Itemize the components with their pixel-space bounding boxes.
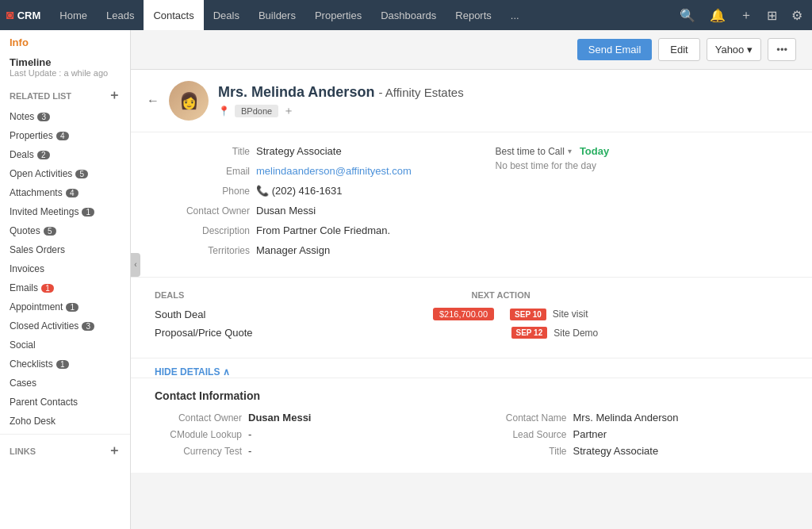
detail-title-row: Title Strategy Associate — [163, 145, 448, 157]
ci-row-contact-name: Contact Name Mrs. Melinda Anderson — [480, 412, 789, 424]
ci-title-label: Title — [480, 446, 567, 457]
sidebar-item-invited-meetings[interactable]: Invited Meetings 1 — [0, 202, 130, 221]
best-time-row: Best time to Call ▾ Today — [496, 145, 781, 157]
sidebar-item-attachments[interactable]: Attachments 4 — [0, 183, 130, 202]
nav-contacts[interactable]: Contacts — [144, 0, 203, 30]
sidebar-timeline: Timeline Last Update : a while ago — [0, 52, 130, 82]
sidebar-item-appointment[interactable]: Appointment 1 — [0, 297, 130, 316]
sidebar-info-label: Info — [0, 30, 130, 52]
settings-icon[interactable]: ⚙ — [788, 8, 806, 23]
nav-builders[interactable]: Builders — [249, 0, 305, 30]
sidebar-item-notes[interactable]: Notes 3 — [0, 107, 130, 126]
sidebar-item-properties[interactable]: Properties 4 — [0, 126, 130, 145]
best-time-today[interactable]: Today — [580, 145, 609, 157]
send-email-button[interactable]: Send Email — [577, 39, 652, 60]
detail-phone-row: Phone 📞 (202) 416-1631 — [163, 185, 448, 197]
sidebar-item-social[interactable]: Social — [0, 335, 130, 355]
sidebar-item-deals[interactable]: Deals 2 — [0, 145, 130, 164]
ci-contact-owner-label: Contact Owner — [155, 412, 242, 424]
deal-row-1: Proposal/Price Quote SEP 12 Site Demo — [155, 327, 788, 339]
sidebar-item-parent-contacts[interactable]: Parent Contacts — [0, 393, 130, 412]
yahoo-button[interactable]: Yahoo ▾ — [707, 38, 762, 61]
phone-label: Phone — [163, 185, 250, 197]
nav-items: Home Leads Contacts Deals Builders Prope… — [50, 0, 676, 30]
ci-lead-source-value: Partner — [573, 428, 607, 440]
copy-icon[interactable]: ⊞ — [764, 8, 780, 23]
ci-right-col: Contact Name Mrs. Melinda Anderson Lead … — [480, 412, 789, 462]
sidebar-item-sales-orders[interactable]: Sales Orders — [0, 240, 130, 259]
hide-details-button[interactable]: HIDE DETAILS ∧ — [155, 366, 788, 378]
related-list-header: RELATED LIST ＋ — [0, 82, 130, 107]
sidebar-item-checklists[interactable]: Checklists 1 — [0, 355, 130, 374]
links-add-btn[interactable]: ＋ — [108, 443, 121, 459]
best-time-label: Best time to Call — [496, 146, 565, 157]
related-list-add-btn[interactable]: ＋ — [108, 87, 121, 104]
territories-value: Manager Assign — [256, 244, 448, 256]
phone-value: 📞 (202) 416-1631 — [256, 185, 448, 197]
nav-reports[interactable]: Reports — [446, 0, 501, 30]
app-logo[interactable]: ◙ CRM — [6, 8, 40, 22]
ci-left-col: Contact Owner Dusan Messi CModule Lookup… — [155, 412, 464, 462]
detail-description-row: Description From Partner Cole Friedman. — [163, 224, 448, 236]
deal-actions-0: SEP 10 Site visit — [510, 309, 788, 320]
back-button[interactable]: ← — [147, 94, 159, 108]
sidebar-item-quotes[interactable]: Quotes 5 — [0, 221, 130, 240]
timeline-label[interactable]: Timeline — [10, 56, 121, 68]
attachments-badge: 4 — [66, 189, 79, 197]
ci-title-value: Strategy Associate — [573, 445, 659, 457]
no-best-time: No best time for the day — [496, 160, 781, 171]
tag-bpdone[interactable]: BPdone — [235, 105, 278, 117]
appointment-badge: 1 — [66, 303, 79, 312]
deals-col-header: DEALS — [155, 290, 472, 300]
contact-name-block: Mrs. Melinda Anderson - Affinity Estates… — [218, 84, 464, 118]
nav-properties[interactable]: Properties — [305, 0, 371, 30]
deal-name-1[interactable]: Proposal/Price Quote — [155, 327, 432, 339]
deal-amount-0: $216,700.00 — [433, 308, 494, 320]
deal-sep-badge-0: SEP 10 — [510, 309, 546, 320]
deal-action-text-1: Site Demo — [553, 328, 598, 339]
chevron-down-icon: ▾ — [747, 44, 753, 56]
ci-cmodule-label: CModule Lookup — [155, 429, 242, 440]
sidebar-collapse-button[interactable]: ‹ — [131, 253, 140, 277]
detail-contact-owner-row: Contact Owner Dusan Messi — [163, 205, 448, 217]
sidebar: Info Timeline Last Update : a while ago … — [0, 30, 131, 529]
ci-cmodule-value: - — [248, 428, 251, 440]
ci-row-title: Title Strategy Associate — [480, 445, 789, 457]
bell-icon[interactable]: 🔔 — [707, 8, 729, 23]
contact-tags: 📍 BPdone ＋ — [218, 104, 464, 118]
details-right-col: Best time to Call ▾ Today No best time f… — [496, 145, 781, 264]
ci-currency-test-label: Currency Test — [155, 446, 242, 457]
nav-dashboards[interactable]: Dashboards — [371, 0, 446, 30]
notes-badge: 3 — [37, 113, 50, 121]
nav-more[interactable]: ... — [501, 0, 529, 30]
territories-label: Territories — [163, 244, 250, 256]
email-value[interactable]: melindaanderson@affinityest.com — [256, 165, 448, 177]
sidebar-item-invoices[interactable]: Invoices — [0, 259, 130, 278]
quotes-badge: 5 — [44, 227, 56, 236]
deal-name-0[interactable]: South Deal — [155, 309, 433, 320]
sidebar-item-cases[interactable]: Cases — [0, 374, 130, 393]
title-label: Title — [163, 145, 250, 157]
ci-row-contact-owner: Contact Owner Dusan Messi — [155, 412, 464, 424]
location-icon: 📍 — [218, 105, 230, 117]
action-bar: Send Email Edit Yahoo ▾ ••• — [131, 30, 812, 70]
avatar: 👩 — [169, 81, 209, 121]
search-icon[interactable]: 🔍 — [676, 8, 699, 23]
ci-row-currency-test: Currency Test - — [155, 445, 464, 457]
contact-header: ← 👩 Mrs. Melinda Anderson - Affinity Est… — [131, 70, 812, 132]
more-button[interactable]: ••• — [768, 38, 796, 61]
nav-deals[interactable]: Deals — [204, 0, 249, 30]
open-activities-badge: 5 — [75, 170, 88, 178]
tag-add-button[interactable]: ＋ — [283, 104, 294, 118]
top-nav: ◙ CRM Home Leads Contacts Deals Builders… — [0, 0, 812, 30]
timeline-sublabel: Last Update : a while ago — [10, 68, 121, 78]
edit-button[interactable]: Edit — [658, 38, 699, 61]
sidebar-item-emails[interactable]: Emails 1 — [0, 278, 130, 297]
sidebar-item-open-activities[interactable]: Open Activities 5 — [0, 164, 130, 183]
nav-home[interactable]: Home — [50, 0, 97, 30]
sidebar-item-zoho-desk[interactable]: Zoho Desk — [0, 412, 130, 431]
deal-row-0: South Deal $216,700.00 SEP 10 Site visit — [155, 308, 788, 320]
add-icon[interactable]: ＋ — [737, 7, 756, 24]
sidebar-item-closed-activities[interactable]: Closed Activities 3 — [0, 316, 130, 335]
nav-leads[interactable]: Leads — [97, 0, 144, 30]
